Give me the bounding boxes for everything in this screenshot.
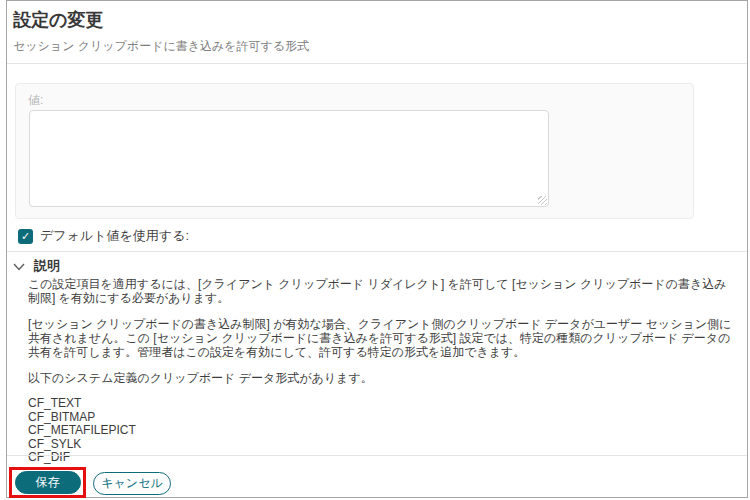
description-paragraph: この設定項目を適用するには、[クライアント クリップボード リダイレクト] を許…	[28, 277, 735, 305]
value-panel: 値:	[15, 83, 694, 219]
use-default-checkbox[interactable]: ✓	[18, 229, 33, 244]
clipboard-format-item: CF_METAFILEPICT	[28, 424, 735, 438]
description-paragraph: [セッション クリップボードの書き込み制限] が有効な場合、クライアント側のクリ…	[28, 317, 735, 359]
chevron-down-icon	[13, 257, 25, 275]
annotation-highlight-box: 保存	[9, 467, 86, 498]
description-header-label: 説明	[34, 257, 60, 275]
description-body: この設定項目を適用するには、[クライアント クリップボード リダイレクト] を許…	[28, 277, 735, 465]
value-label: 値:	[28, 92, 43, 109]
clipboard-format-item: CF_SYLK	[28, 438, 735, 452]
page-subtitle: セッション クリップボードに書き込みを許可する形式	[13, 38, 309, 55]
footer-divider	[7, 455, 747, 456]
cancel-button[interactable]: キャンセル	[93, 472, 171, 495]
save-button[interactable]: 保存	[15, 471, 81, 494]
section-divider	[7, 251, 747, 252]
use-default-label: デフォルト値を使用する:	[40, 227, 189, 245]
textarea-resize-handle[interactable]	[538, 196, 547, 205]
description-toggle[interactable]: 説明	[13, 257, 60, 275]
header-divider	[7, 63, 747, 64]
use-default-row: ✓ デフォルト値を使用する:	[18, 227, 189, 245]
clipboard-format-item: CF_TEXT	[28, 397, 735, 411]
clipboard-format-item: CF_DIF	[28, 451, 735, 465]
description-paragraph: 以下のシステム定義のクリップボード データ形式があります。	[28, 371, 735, 385]
page-title: 設定の変更	[13, 8, 103, 32]
checkmark-icon: ✓	[21, 230, 30, 242]
value-textarea[interactable]	[29, 110, 549, 207]
clipboard-format-item: CF_BITMAP	[28, 411, 735, 425]
settings-change-dialog: 設定の変更 セッション クリップボードに書き込みを許可する形式 値: ✓ デフォ…	[0, 0, 750, 500]
